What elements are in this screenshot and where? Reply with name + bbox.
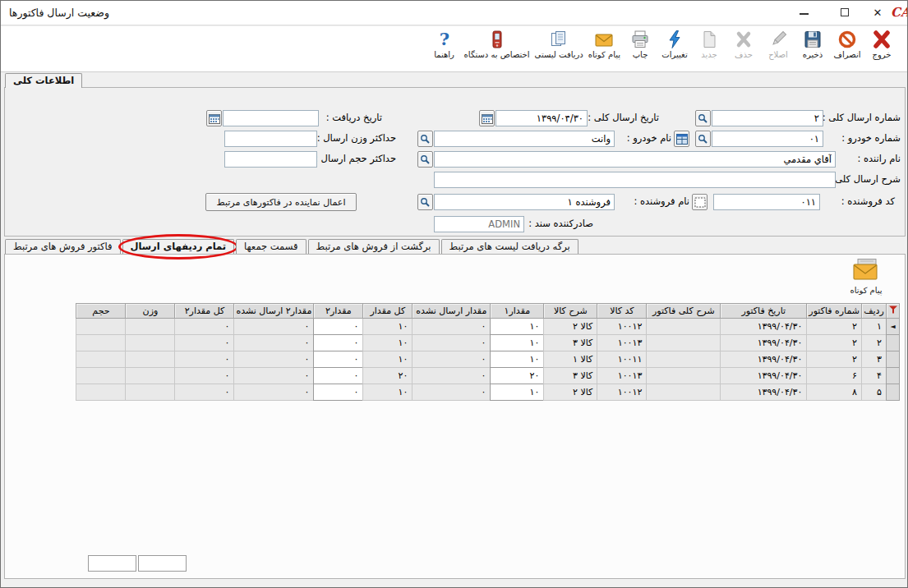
total-send-desc-field[interactable] [434,172,836,188]
grid-cell[interactable]: کالا ۱ [544,351,597,368]
grid-cell[interactable]: ۶ [807,368,862,384]
grid-cell[interactable]: ۰ [175,351,234,368]
grid-cell[interactable] [76,319,126,335]
grid-cell[interactable]: ۳ [862,351,887,368]
grid-column-header[interactable]: کد کالا [597,304,647,319]
grid-cell[interactable]: ۲ [862,335,887,351]
grid-cell[interactable]: ۰ [413,368,491,384]
vehicle-name-search-button[interactable] [417,131,433,147]
grid-column-header[interactable]: کل مقدار۲ [175,304,234,319]
exit-button[interactable]: خروج [864,29,899,59]
vehicle-number-search-button[interactable] [695,131,711,147]
grid-cell[interactable]: ۰ [175,384,234,401]
grid-column-header[interactable]: مقدار۲ [314,304,363,319]
grid-row[interactable]: ۲۲۱۳۹۹/۰۴/۳۰۱۰۰۱۳کالا ۳۱۰۰۱۰۰۰۰ [76,335,900,351]
grid-cell[interactable]: ۰ [234,319,314,335]
apply-agent-button[interactable]: اعمال نماینده در فاکتورهای مرتبط [205,193,357,211]
grid-cell[interactable] [126,384,175,401]
tab-all-send-rows[interactable]: تمام ردیفهای ارسال [122,239,235,254]
grid-cell[interactable] [76,368,126,384]
grid-sms-button[interactable]: پیام کوتاه [841,258,892,296]
grid-cell[interactable]: کالا ۳ [544,368,597,384]
grid-cell[interactable]: ۰ [234,384,314,401]
seller-name-search-button[interactable] [417,194,433,210]
grid-cell[interactable]: ۱۰۰۱۲ [597,319,647,335]
seller-code-field[interactable] [713,194,820,210]
save-button[interactable]: ذخیره [795,29,830,59]
driver-name-search-button[interactable] [417,151,433,168]
grid-cell[interactable]: ۱۰ [363,351,413,368]
grid-column-header[interactable]: مقدار۱ [491,304,544,319]
grid-cell[interactable]: ۱۳۹۹/۰۴/۳۰ [721,335,807,351]
grid-row[interactable]: ◄۱۲۱۳۹۹/۰۴/۳۰۱۰۰۱۲کالا ۲۱۰۰۱۰۰۰۰ [76,319,900,335]
grid-cell[interactable]: ۰ [314,335,363,351]
grid-column-header[interactable]: حجم [76,304,126,319]
weight-total-box[interactable] [138,555,187,572]
grid-cell[interactable]: کالا ۲ [544,384,597,401]
grid-column-header[interactable]: کل مقدار [363,304,413,319]
grid-cell[interactable]: ۱۳۹۹/۰۴/۳۰ [721,351,807,368]
grid-cell[interactable] [647,384,721,401]
sms-button[interactable]: پیام کوتاه [586,29,623,59]
grid-column-header[interactable]: وزن [126,304,175,319]
grid-cell[interactable]: ۴ [862,368,887,384]
seller-select-button[interactable] [692,194,708,210]
grid-column-header[interactable]: مقدار ارسال نشده [413,304,491,319]
grid-cell[interactable] [126,351,175,368]
print-button[interactable]: چاپ [623,29,657,59]
grid-cell[interactable]: ۱۰ [491,335,544,351]
grid-cell[interactable]: ۲۰ [363,368,413,384]
grid-cell[interactable]: ۰ [413,319,491,335]
grid-cell[interactable]: ۱۰ [491,384,544,401]
vehicle-detail-button[interactable] [674,131,689,147]
grid-cell[interactable]: ۱۳۹۹/۰۴/۳۰ [721,319,807,335]
vehicle-name-field[interactable] [434,131,615,147]
changes-button[interactable]: تغییرات [657,29,692,59]
grid-cell[interactable]: ۲ [807,335,862,351]
total-send-number-search-button[interactable] [695,110,711,126]
max-send-volume-field[interactable] [224,151,317,168]
grid-cell[interactable] [647,319,721,335]
total-send-date-calendar-button[interactable] [479,110,495,126]
receive-list-button[interactable]: دریافت لیستی [532,29,586,59]
total-send-number-field[interactable] [712,110,823,126]
grid-column-header[interactable]: شماره فاکتور [807,304,862,319]
grid-column-header[interactable]: مقدار۲ ارسال نشده [234,304,314,319]
volume-total-box[interactable] [88,555,136,572]
grid-cell[interactable] [76,335,126,351]
grid-column-header[interactable]: شرح کلی فاکتور [647,304,721,319]
vehicle-number-field[interactable] [712,131,823,147]
driver-name-field[interactable] [434,151,836,168]
grid-row[interactable]: ۴۶۱۳۹۹/۰۴/۳۰۱۰۰۱۳کالا ۳۲۰۰۲۰۰۰۰ [76,368,900,384]
receive-date-calendar-button[interactable] [206,110,222,126]
grid-cell[interactable]: ۲۰ [491,368,544,384]
grid-cell[interactable]: ۱۰ [363,319,413,335]
help-button[interactable]: ? راهنما [427,29,462,59]
grid-cell[interactable]: ۵ [862,384,887,401]
max-send-weight-field[interactable] [224,131,317,147]
doc-issuer-field[interactable] [434,216,524,232]
grid-cell[interactable] [126,335,175,351]
grid-cell[interactable]: ۰ [234,335,314,351]
grid-cell[interactable] [126,319,175,335]
grid-cell[interactable]: ۰ [314,384,363,401]
grid-cell[interactable]: ۰ [413,335,491,351]
assign-device-button[interactable]: اختصاص به دستگاه [462,29,532,59]
receive-date-field[interactable] [223,110,319,126]
grid-row[interactable]: ۳۲۱۳۹۹/۰۴/۳۰۱۰۰۱۱کالا ۱۱۰۰۱۰۰۰۰ [76,351,900,368]
grid-cell[interactable]: ۱۰۰۱۲ [597,384,647,401]
grid-row[interactable]: ۵۸۱۳۹۹/۰۴/۳۰۱۰۰۱۲کالا ۲۱۰۰۱۰۰۰۰ [76,384,900,401]
tab-totals-section[interactable]: قسمت جمعها [236,239,306,254]
grid-cell[interactable]: ۱۳۹۹/۰۴/۳۰ [721,368,807,384]
grid-cell[interactable]: کالا ۳ [544,335,597,351]
grid-cell[interactable]: ۱۰ [363,335,413,351]
grid-cell[interactable]: ۰ [175,319,234,335]
grid-filter-header[interactable] [887,304,900,319]
maximize-button[interactable] [832,4,857,22]
minimize-button[interactable] [791,4,816,22]
grid-cell[interactable] [647,335,721,351]
grid-cell[interactable]: ۰ [234,351,314,368]
tab-related-sale-invoices[interactable]: فاکتور فروش های مرتبط [5,239,121,254]
grid-cell[interactable]: ۰ [175,335,234,351]
cancel-button[interactable]: انصراف [830,29,864,59]
